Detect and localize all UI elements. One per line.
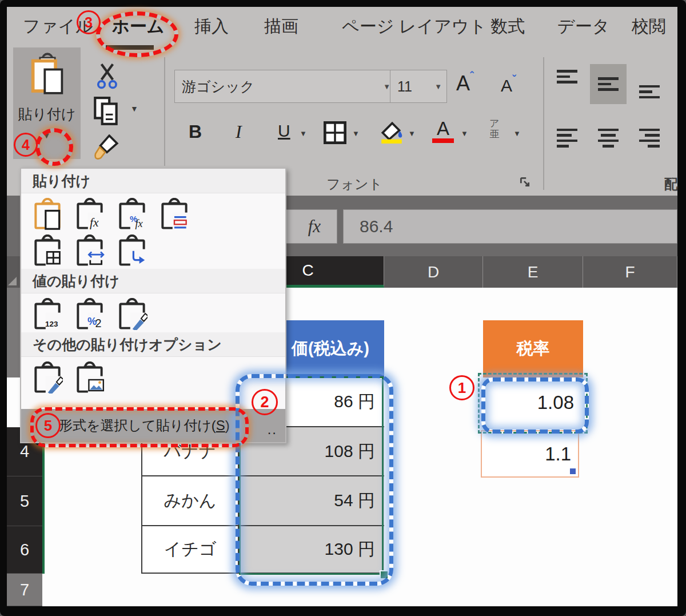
- paste-picture-icon[interactable]: [73, 360, 107, 395]
- font-group-label: フォント: [309, 175, 400, 193]
- paste-values-number-formatting-icon[interactable]: %2: [73, 297, 107, 331]
- row-header-5[interactable]: 5: [7, 476, 42, 526]
- tab-7[interactable]: 校閲: [632, 13, 666, 40]
- phonetic-dropdown-arrow[interactable]: ▼: [513, 129, 521, 138]
- annotation-copied-cell-highlight: [481, 377, 589, 434]
- font-size-select[interactable]: 11 ▼: [390, 70, 447, 103]
- tab-3[interactable]: 描画: [264, 13, 298, 40]
- menu-icon-row-0: fx %fx: [21, 193, 219, 269]
- paste-values-icon[interactable]: 123: [30, 297, 65, 331]
- svg-text:2: 2: [95, 317, 102, 329]
- paste-button-label[interactable]: 貼り付け: [13, 105, 81, 124]
- tab-6[interactable]: データ: [557, 13, 609, 40]
- group-separator: [543, 57, 544, 190]
- chevron-down-icon[interactable]: ▼: [430, 82, 446, 91]
- align-top-icon[interactable]: [549, 64, 585, 104]
- paste-no-borders-icon[interactable]: [30, 233, 65, 268]
- column-header-E[interactable]: E: [483, 256, 583, 288]
- phonetic-guide-icon[interactable]: ア亜: [489, 118, 499, 140]
- align-center-icon[interactable]: [590, 118, 627, 158]
- paste-transpose-icon[interactable]: [115, 233, 149, 268]
- row-header-6[interactable]: 6: [7, 526, 42, 574]
- font-name-select[interactable]: 游ゴシック ▼: [174, 70, 396, 103]
- annotation-number-5: 5: [35, 413, 61, 438]
- alignment-group-partial-label: 配: [664, 175, 678, 193]
- underline-button[interactable]: U: [278, 121, 290, 141]
- fruit-cell-3[interactable]: イチゴ: [141, 526, 239, 574]
- align-left-icon[interactable]: [549, 118, 585, 158]
- menu-icon-row-1: 123 %2: [21, 293, 219, 332]
- shrink-font-button[interactable]: Aˇ: [501, 73, 516, 96]
- annotation-rect-paste-special: [30, 407, 249, 447]
- annotation-number-2: 2: [252, 389, 278, 415]
- paste-keep-source-formatting-icon[interactable]: [157, 197, 192, 231]
- fill-color-icon[interactable]: [378, 119, 405, 146]
- tab-5[interactable]: 数式: [490, 13, 525, 40]
- tab-4[interactable]: ページ レイアウト: [342, 13, 486, 40]
- annotation-number-4: 4: [14, 133, 38, 157]
- grow-font-button[interactable]: Aˆ: [456, 70, 474, 96]
- menu-section-header-2: その他の貼り付けオプション: [21, 332, 285, 357]
- font-size-value: 11: [397, 78, 412, 95]
- menu-icon-row-2: [21, 357, 219, 396]
- fill-color-dropdown-arrow[interactable]: ▼: [408, 129, 416, 138]
- paste-icon[interactable]: [30, 53, 65, 97]
- annotation-number-3: 3: [77, 10, 101, 34]
- menu-section-header-0: 貼り付け: [21, 169, 285, 193]
- paste-formulas-number-formatting-icon[interactable]: %fx: [115, 197, 149, 231]
- tab-2[interactable]: 挿入: [194, 13, 229, 40]
- align-middle-icon[interactable]: [590, 64, 627, 104]
- paste-values-source-formatting-icon[interactable]: [115, 297, 149, 331]
- annotation-number-1: 1: [449, 375, 474, 400]
- cut-icon[interactable]: [97, 62, 119, 92]
- italic-button[interactable]: I: [236, 121, 242, 142]
- column-header-F[interactable]: F: [583, 256, 677, 288]
- align-right-icon[interactable]: [631, 118, 668, 158]
- tax-rate-cell-2[interactable]: 1.1: [481, 430, 579, 478]
- tax-rate-header-cell[interactable]: 税率: [483, 320, 583, 377]
- paste-formatting-icon[interactable]: [30, 360, 65, 395]
- font-dialog-launcher-icon[interactable]: [519, 176, 531, 190]
- copy-dropdown-arrow[interactable]: ▼: [130, 104, 138, 113]
- fruit-cell-2[interactable]: みかん: [141, 476, 239, 526]
- svg-text:fx: fx: [135, 218, 143, 229]
- paste-keep-source-column-widths-icon[interactable]: [73, 233, 107, 268]
- underline-dropdown-arrow[interactable]: ▼: [300, 129, 307, 138]
- tax-rate-value-2: 1.1: [545, 443, 571, 465]
- group-separator: [164, 57, 165, 166]
- quick-analysis-corner-icon[interactable]: [570, 468, 576, 474]
- svg-text:fx: fx: [90, 216, 99, 229]
- font-color-icon[interactable]: A: [432, 118, 454, 143]
- annotation-ellipse-home-tab: [96, 11, 178, 57]
- copy-icon[interactable]: [93, 96, 119, 129]
- borders-dropdown-arrow[interactable]: ▼: [352, 129, 360, 138]
- format-painter-icon[interactable]: [94, 134, 119, 163]
- bold-button[interactable]: B: [189, 121, 202, 142]
- row-header-7[interactable]: 7: [7, 574, 42, 606]
- svg-text:123: 123: [45, 320, 58, 328]
- borders-icon[interactable]: [324, 121, 346, 146]
- font-color-dropdown-arrow[interactable]: ▼: [461, 129, 468, 138]
- paste-icon[interactable]: [30, 197, 65, 231]
- align-bottom-icon[interactable]: [631, 64, 668, 104]
- annotation-circle-paste-arrow: [35, 128, 73, 166]
- select-all-corner[interactable]: [8, 277, 17, 285]
- font-name-value: 游ゴシック: [182, 77, 254, 96]
- excel-window: 貼り付け ▼ ▼ 游ゴシック ▼ 11 ▼ Aˆ A: [0, 0, 686, 616]
- paste-formulas-icon[interactable]: fx: [73, 197, 107, 231]
- column-header-D[interactable]: D: [384, 256, 483, 288]
- formula-input[interactable]: 86.4: [343, 209, 677, 244]
- menu-section-header-1: 値の貼り付け: [21, 269, 285, 293]
